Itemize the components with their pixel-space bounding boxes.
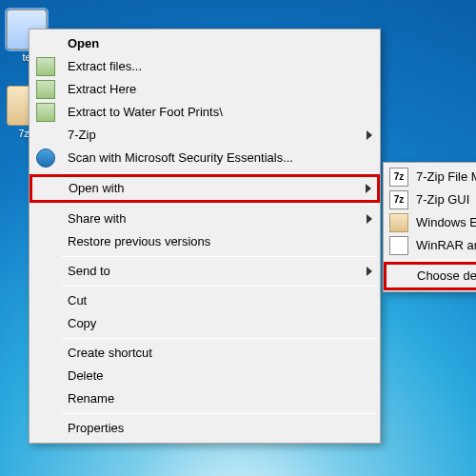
7z-icon: 7z: [389, 168, 408, 187]
menu-item-delete[interactable]: Delete: [31, 365, 378, 387]
7z-icon: 7z: [389, 190, 408, 209]
menu-item-extract-to[interactable]: Extract to Water Foot Prints\: [31, 101, 378, 124]
books-icon: [36, 80, 55, 99]
books-icon: [36, 57, 55, 76]
menu-item-7zip[interactable]: 7-Zip: [31, 124, 378, 147]
file-context-menu: Open Extract files... Extract Here Extra…: [29, 29, 381, 444]
submenu-arrow-icon: [366, 184, 371, 193]
submenu-arrow-icon: [367, 214, 372, 224]
menu-separator: [62, 413, 376, 414]
shield-icon: [36, 149, 55, 168]
menu-separator: [62, 338, 376, 339]
winrar-icon: [389, 236, 408, 255]
menu-item-open[interactable]: Open: [31, 32, 378, 55]
submenu-item-7zip-fm[interactable]: 7z 7-Zip File Man: [386, 166, 476, 188]
menu-separator: [62, 286, 376, 287]
menu-item-cut[interactable]: Cut: [31, 289, 378, 312]
submenu-item-windows-explorer[interactable]: Windows Explo: [386, 211, 476, 234]
menu-item-restore[interactable]: Restore previous versions: [31, 230, 378, 253]
menu-item-copy[interactable]: Copy: [31, 312, 378, 335]
submenu-item-winrar[interactable]: WinRAR archiv: [386, 234, 476, 257]
books-icon: [36, 103, 55, 122]
open-with-submenu: 7z 7-Zip File Man 7z 7-Zip GUI Windows E…: [383, 162, 476, 292]
menu-item-scan[interactable]: Scan with Microsoft Security Essentials.…: [31, 147, 378, 169]
submenu-item-choose-default[interactable]: Choose defaul: [384, 262, 476, 290]
menu-item-properties[interactable]: Properties: [31, 417, 378, 440]
menu-separator: [62, 256, 376, 257]
menu-separator: [412, 260, 476, 261]
explorer-icon: [389, 213, 408, 232]
menu-item-open-with[interactable]: Open with: [30, 174, 380, 203]
menu-item-extract-here[interactable]: Extract Here: [31, 78, 378, 101]
menu-separator: [62, 172, 376, 173]
menu-item-share-with[interactable]: Share with: [31, 208, 378, 230]
menu-item-extract-files[interactable]: Extract files...: [31, 55, 378, 78]
submenu-item-7zip-gui[interactable]: 7z 7-Zip GUI: [386, 188, 476, 211]
menu-item-create-shortcut[interactable]: Create shortcut: [31, 342, 378, 365]
submenu-arrow-icon: [367, 267, 372, 276]
menu-item-send-to[interactable]: Send to: [31, 260, 378, 283]
menu-separator: [62, 204, 376, 205]
submenu-arrow-icon: [367, 130, 372, 140]
menu-item-rename[interactable]: Rename: [31, 387, 378, 410]
